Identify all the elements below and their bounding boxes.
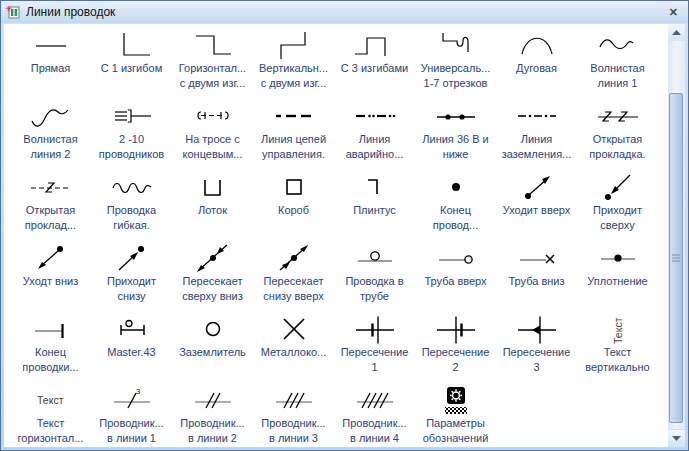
palette-item-emergency-line[interactable]: Линия аварийно... bbox=[334, 101, 415, 172]
palette-item-symbol-params[interactable]: Параметры обозначений bbox=[415, 385, 496, 447]
palette-item-intersection-3[interactable]: Пересечение 3 bbox=[496, 314, 577, 385]
palette-item-label: Пересечение 2 bbox=[422, 345, 490, 375]
palette-item-label: Прямая bbox=[31, 61, 71, 76]
palette-item-pipe-up[interactable]: Труба вверх bbox=[415, 243, 496, 314]
palette-item-line-36v[interactable]: Линия 36 В и ниже bbox=[415, 101, 496, 172]
master-43-icon bbox=[108, 314, 156, 345]
palette-item-label: Проводка в трубе bbox=[345, 274, 403, 304]
line-universal-icon bbox=[432, 30, 480, 61]
intersection-3-icon bbox=[513, 314, 561, 345]
palette-item-intersection-2[interactable]: Пересечение 2 bbox=[415, 314, 496, 385]
scrollbar-thumb[interactable] bbox=[669, 93, 683, 423]
goes-down-icon bbox=[27, 243, 75, 274]
palette-item-label: Линия 36 В и ниже bbox=[422, 132, 488, 162]
palette-item-grounder[interactable]: Заземлитель bbox=[172, 314, 253, 385]
palette-item-line-wavy-1[interactable]: Волнистая линия 1 bbox=[577, 30, 658, 101]
palette-item-conductors-2-10[interactable]: 2 -10 проводников bbox=[91, 101, 172, 172]
palette-item-label: Уплотнение bbox=[587, 274, 647, 289]
palette-item-box[interactable]: Короб bbox=[253, 172, 334, 243]
palette-item-tray[interactable]: Лоток bbox=[172, 172, 253, 243]
palette-item-line-universal[interactable]: Универсаль... 1-7 отрезков bbox=[415, 30, 496, 101]
palette-item-label: Проводка гибкая. bbox=[107, 203, 156, 233]
palette-item-pipe-down[interactable]: Труба вниз bbox=[496, 243, 577, 314]
palette-item-label: Металлоко... bbox=[261, 345, 326, 360]
comes-from-below-icon bbox=[108, 243, 156, 274]
palette-item-open-laying-2[interactable]: Открытая проклад... bbox=[10, 172, 91, 243]
line-three-bends-icon bbox=[351, 30, 399, 61]
palette-item-open-laying-1[interactable]: Открытая прокладка. bbox=[577, 101, 658, 172]
comes-from-above-icon bbox=[594, 172, 642, 203]
scroll-up-button[interactable] bbox=[668, 24, 685, 42]
palette-item-cable-with-end[interactable]: На тросе с концевым... bbox=[172, 101, 253, 172]
palette-item-label: Труба вверх bbox=[424, 274, 486, 289]
symbol-params-icon bbox=[432, 385, 480, 416]
palette-item-master-43[interactable]: Master.43 bbox=[91, 314, 172, 385]
metal-structure-icon bbox=[270, 314, 318, 345]
palette-item-goes-down[interactable]: Уходт вниз bbox=[10, 243, 91, 314]
palette-item-line-wavy-2[interactable]: Волнистая линия 2 bbox=[10, 101, 91, 172]
palette-item-label: Линия аварийно... bbox=[346, 132, 404, 162]
open-laying-1-icon bbox=[594, 101, 642, 132]
line-wavy-1-icon bbox=[594, 30, 642, 61]
palette-item-line-arc[interactable]: Дуговая bbox=[496, 30, 577, 101]
palette-item-label: Проводник... в линии 4 bbox=[342, 416, 406, 446]
wiring-end-icon bbox=[27, 314, 75, 345]
palette-item-metal-structure[interactable]: Металлоко... bbox=[253, 314, 334, 385]
palette-item-conductors-in-line-1[interactable]: 3Проводник... в линии 1 bbox=[91, 385, 172, 447]
palette-item-label: Пересечение 3 bbox=[503, 345, 571, 375]
palette-item-label: Линия заземления... bbox=[502, 132, 572, 162]
palette-item-wire-end-dot[interactable]: Конец провод... bbox=[415, 172, 496, 243]
palette-item-label: Дуговая bbox=[516, 61, 557, 76]
palette-item-label: С 1 изгибом bbox=[101, 61, 163, 76]
palette-item-label: Заземлитель bbox=[179, 345, 246, 360]
palette-item-comes-from-above[interactable]: Приходит сверху bbox=[577, 172, 658, 243]
palette-item-grounding-line[interactable]: Линия заземления... bbox=[496, 101, 577, 172]
palette-item-line-three-bends[interactable]: С 3 изгибами bbox=[334, 30, 415, 101]
intersection-2-icon bbox=[432, 314, 480, 345]
palette-item-plinth[interactable]: Плинтус bbox=[334, 172, 415, 243]
line-one-bend-icon bbox=[108, 30, 156, 61]
palette-item-flexible-wiring[interactable]: Проводка гибкая. bbox=[91, 172, 172, 243]
palette-item-line-vert-two-bends[interactable]: Вертикальн... с двумя изг... bbox=[253, 30, 334, 101]
palette-item-control-circuit-line[interactable]: Линия цепей управления. bbox=[253, 101, 334, 172]
palette-item-label: Линия цепей управления. bbox=[261, 132, 326, 162]
palette-item-label: Проводник... в линии 1 bbox=[99, 416, 163, 446]
crosses-top-down-icon bbox=[189, 243, 237, 274]
palette-item-line-one-bend[interactable]: С 1 изгибом bbox=[91, 30, 172, 101]
triangle-up-icon bbox=[672, 30, 681, 35]
palette-item-label: Волнистая линия 2 bbox=[23, 132, 77, 162]
palette-item-crosses-top-down[interactable]: Пересекает сверху вниз bbox=[172, 243, 253, 314]
palette-item-label: Волнистая линия 1 bbox=[590, 61, 644, 91]
palette-item-wiring-in-pipe[interactable]: Проводка в трубе bbox=[334, 243, 415, 314]
scroll-down-button[interactable] bbox=[668, 429, 685, 447]
seal-icon bbox=[594, 243, 642, 274]
palette-item-intersection-1[interactable]: Пересечение 1 bbox=[334, 314, 415, 385]
grounder-icon bbox=[189, 314, 237, 345]
palette-item-label: Открытая проклад... bbox=[25, 203, 76, 233]
line-horiz-two-bends-icon bbox=[189, 30, 237, 61]
palette-item-text-horizontal[interactable]: ТекстТекст горизонтал... bbox=[10, 385, 91, 447]
titlebar[interactable]: ✳ Линии проводок ✕ bbox=[1, 1, 688, 23]
palette-item-conductors-in-line-2[interactable]: Проводник... в линии 2 bbox=[172, 385, 253, 447]
vertical-scrollbar[interactable] bbox=[668, 24, 685, 447]
palette-item-label: Пересекает снизу вверх bbox=[263, 274, 323, 304]
palette-item-goes-up[interactable]: Уходит вверх bbox=[496, 172, 577, 243]
scrollbar-track[interactable] bbox=[668, 41, 685, 430]
palette-item-label: Горизонтал... с двумя изг... bbox=[179, 61, 246, 91]
palette-item-wiring-end[interactable]: Конец проводки... bbox=[10, 314, 91, 385]
conductors-in-line-1-icon: 3 bbox=[108, 385, 156, 416]
palette-item-comes-from-below[interactable]: Приходит снизу bbox=[91, 243, 172, 314]
close-icon[interactable]: ✕ bbox=[665, 5, 682, 20]
palette-item-seal[interactable]: Уплотнение bbox=[577, 243, 658, 314]
conductors-in-line-2-icon bbox=[189, 385, 237, 416]
palette-item-conductors-in-line-4[interactable]: Проводник... в линии 4 bbox=[334, 385, 415, 447]
palette-item-text-vertical[interactable]: ТекстТекст вертикально bbox=[577, 314, 658, 385]
text-vertical-icon: Текст bbox=[594, 314, 642, 345]
symbol-grid: ПрямаяС 1 изгибомГоризонтал... с двумя и… bbox=[10, 30, 658, 447]
palette-item-line-straight[interactable]: Прямая bbox=[10, 30, 91, 101]
palette-item-line-horiz-two-bends[interactable]: Горизонтал... с двумя изг... bbox=[172, 30, 253, 101]
palette-item-crosses-bottom-up[interactable]: Пересекает снизу вверх bbox=[253, 243, 334, 314]
palette-item-conductors-in-line-3[interactable]: Проводник... в линии 3 bbox=[253, 385, 334, 447]
box-icon bbox=[270, 172, 318, 203]
wiring-in-pipe-icon bbox=[351, 243, 399, 274]
